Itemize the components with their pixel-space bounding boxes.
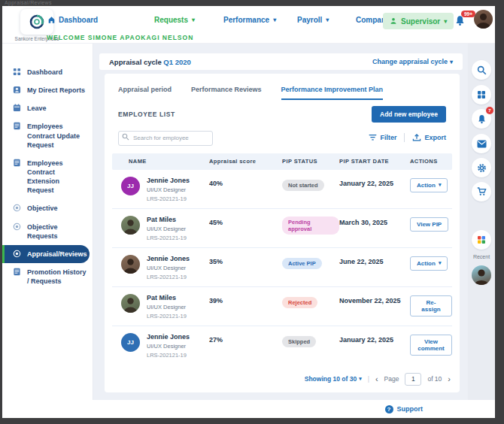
tab-bar: Appraisal period Performance Reviews Per…	[105, 74, 460, 100]
dashboard-grid-icon	[13, 68, 21, 76]
reassign-button[interactable]: Re- assign	[410, 295, 452, 316]
employee-role: UI/UX Designer	[147, 343, 190, 350]
nav-item-payroll[interactable]: Payroll▾	[297, 16, 329, 24]
action-button[interactable]: Action▾	[410, 178, 448, 192]
sidebar-item-appraisal-reviews[interactable]: Appraisal/Reviews	[2, 245, 90, 263]
sidebar-item-leave[interactable]: Leave	[2, 99, 93, 117]
tab-performance-reviews[interactable]: Performance Reviews	[191, 86, 262, 100]
document-icon	[13, 122, 21, 130]
previous-page-button[interactable]: ‹	[375, 374, 378, 383]
avatar-photo	[121, 255, 140, 274]
tab-appraisal-period[interactable]: Appraisal period	[118, 86, 172, 100]
calendar-icon	[13, 104, 21, 112]
nav-item-requests[interactable]: Requests▾	[154, 16, 195, 24]
caret-down-icon: ▾	[273, 17, 276, 23]
action-button[interactable]: Action▾	[410, 256, 448, 271]
sidebar-item-contract-extension-request[interactable]: Employees Contract Extension Request	[2, 154, 93, 200]
app-window: Sankore Enterprises Dashboard Requests▾ …	[2, 6, 495, 418]
rail-search-button[interactable]	[472, 60, 491, 80]
employee-list-card: Appraisal period Performance Reviews Per…	[105, 74, 460, 392]
avatar: JJ	[121, 177, 140, 195]
target-icon	[13, 223, 21, 231]
appraisal-score: 27%	[209, 333, 282, 344]
document-icon	[13, 159, 21, 167]
caret-down-icon: ▾	[192, 17, 195, 23]
view-pip-button[interactable]: View PIP	[410, 217, 448, 232]
column-header-actions: ACTIONS	[410, 158, 452, 165]
sidebar-item-objective-requests[interactable]: Objective Requests	[2, 218, 93, 245]
avatar-photo	[474, 10, 493, 29]
bell-icon	[477, 114, 487, 124]
rail-notifications-button[interactable]: 7	[472, 109, 491, 129]
status-badge: Active PIP	[282, 258, 322, 269]
nav-item-dashboard[interactable]: Dashboard	[47, 16, 98, 24]
column-header-pip-start-date: PIP START DATE	[339, 158, 410, 165]
sidebar-item-dashboard[interactable]: Dashboard	[2, 63, 93, 81]
employee-id: LRS-202121-19	[147, 352, 190, 359]
sidebar-item-objective[interactable]: Objective	[2, 199, 93, 217]
user-avatar[interactable]	[474, 10, 493, 29]
filter-button[interactable]: Filter	[369, 134, 396, 141]
column-header-name: NAME	[112, 158, 209, 165]
people-icon	[13, 86, 21, 94]
notifications-bell[interactable]: 99+	[454, 15, 468, 29]
avatar	[121, 216, 140, 235]
appraisal-score: 39%	[209, 294, 282, 304]
status-badge: Pending approval	[282, 217, 339, 235]
logo-icon	[27, 12, 47, 32]
rail-apps-button[interactable]	[472, 85, 491, 104]
table-row: JJ Jennie Jones UI/UX Designer LRS-20212…	[112, 326, 452, 365]
table-row: JJ Jennie Jones UI/UX Designer LRS-20212…	[112, 170, 452, 209]
role-switcher[interactable]: Supervisor ▾	[383, 13, 454, 29]
page-number-input[interactable]	[405, 373, 421, 386]
employee-role: UI/UX Designer	[147, 226, 187, 232]
tab-performance-improvement-plan[interactable]: Performance Improvement Plan	[281, 86, 384, 100]
table-row: Pat Miles UI/UX Designer LRS-202121-19 3…	[112, 287, 452, 326]
caret-down-icon: ▾	[450, 59, 453, 65]
target-icon	[13, 250, 21, 258]
rows-per-page-dropdown[interactable]: Showing 10 of 30 ▾	[305, 375, 362, 383]
rail-mail-button[interactable]	[472, 134, 491, 153]
search-icon	[477, 65, 487, 75]
pagination-divider: |	[368, 375, 369, 383]
add-new-employee-button[interactable]: Add new employee	[372, 106, 446, 123]
employee-role: UI/UX Designer	[147, 186, 190, 193]
appraisal-score: 45%	[209, 216, 282, 226]
view-comment-button[interactable]: View comment	[410, 335, 452, 356]
employee-role: UI/UX Designer	[147, 265, 190, 271]
column-header-pip-status: PIP STATUS	[282, 158, 339, 165]
rail-settings-button[interactable]	[472, 158, 491, 177]
employee-name: Jennie Jones	[147, 333, 190, 341]
status-badge: Rejected	[282, 297, 317, 308]
sidebar-item-my-direct-reports[interactable]: My Direct Reports	[2, 81, 93, 99]
table-row: Jennie Jones UI/UX Designer LRS-202121-1…	[112, 248, 452, 287]
filter-icon	[369, 134, 377, 141]
search-input[interactable]	[118, 131, 213, 146]
caret-down-icon: ▾	[359, 376, 362, 382]
sidebar-item-promotion-history[interactable]: Promotion History / Requests	[2, 263, 93, 290]
appraisal-cycle-title: Appraisal cycle Q1 2020	[109, 58, 191, 66]
employee-id: LRS-202121-19	[147, 313, 187, 320]
rail-cart-button[interactable]	[472, 182, 491, 201]
support-link[interactable]: ? Support	[385, 405, 424, 413]
employee-id: LRS-202121-19	[147, 195, 190, 202]
search-icon	[122, 133, 129, 141]
export-button[interactable]: Export	[412, 133, 446, 141]
column-header-appraisal-score: Appraisal score	[209, 158, 282, 165]
status-badge: Not started	[282, 180, 324, 191]
recent-user-avatar[interactable]	[472, 265, 491, 285]
sidebar-item-contract-update-request[interactable]: Employees Contract Update Request	[2, 117, 93, 153]
nav-item-performance[interactable]: Performance▾	[223, 16, 276, 24]
avatar	[121, 294, 140, 313]
next-page-button[interactable]: ›	[448, 374, 451, 383]
rail-recent-apps-button[interactable]	[472, 230, 491, 250]
avatar-photo	[121, 294, 140, 313]
avatar	[121, 255, 140, 274]
change-appraisal-cycle-link[interactable]: Change appraisal cycle ▾	[372, 58, 453, 65]
avatar: JJ	[121, 333, 140, 352]
export-icon	[412, 133, 421, 141]
target-icon	[13, 204, 21, 212]
recent-label: Recent	[468, 254, 495, 259]
caret-down-icon: ▾	[439, 260, 442, 266]
avatar-photo	[121, 216, 140, 235]
